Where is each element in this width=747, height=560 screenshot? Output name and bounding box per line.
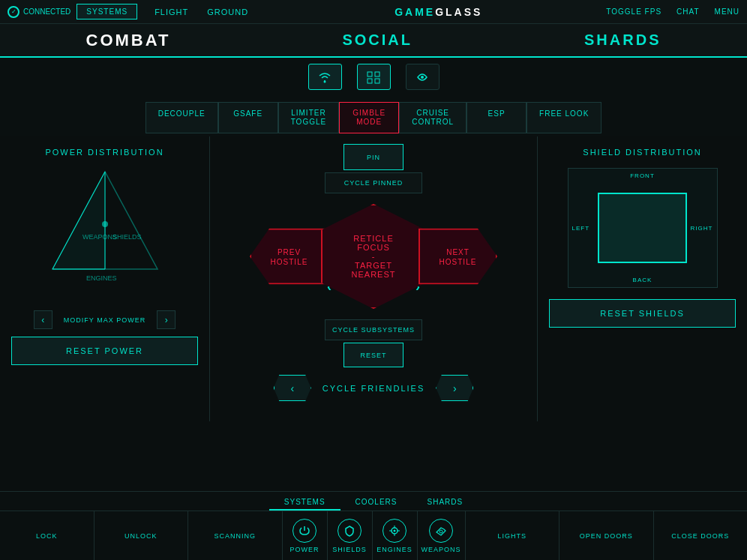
menu-button[interactable]: MENU <box>715 7 740 16</box>
reticle-focus-button[interactable]: RETICLEFOCUS-TARGETNEAREST <box>321 204 426 309</box>
tab-systems[interactable]: SYSTEMS <box>269 495 340 511</box>
bottom-tabs: SYSTEMS COOLERS SHARDS <box>0 492 747 511</box>
top-bar-left: CONNECTED SYSTEMS FLIGHT GROUND <box>8 4 271 19</box>
nav-ground[interactable]: GROUND <box>200 6 256 18</box>
grid-icon-btn[interactable] <box>357 64 391 90</box>
shields-action-button[interactable]: SHIELDS <box>328 511 373 560</box>
power-decrease-button[interactable]: ‹ <box>34 310 52 329</box>
app-title: GAMEGLASS <box>394 6 482 18</box>
nav-flight[interactable]: FLIGHT <box>147 6 196 18</box>
svg-rect-4 <box>375 79 380 83</box>
modify-power-label: MODIFY MAX POWER <box>64 316 146 324</box>
connected-icon <box>8 6 20 18</box>
open-doors-button[interactable]: OPEN DOORS <box>560 511 654 560</box>
left-panel: POWER DISTRIBUTION WEAPONS SHIELDS ENGIN… <box>0 136 210 421</box>
svg-marker-7 <box>52 172 105 269</box>
bottom-actions: LOCK UNLOCK SCANNING POWER SHIELDS <box>0 511 747 560</box>
pin-button[interactable]: PIN <box>344 144 404 170</box>
toggle-decouple[interactable]: DECOUPLE <box>146 102 218 133</box>
nav-social[interactable]: SOCIAL <box>342 31 412 49</box>
close-doors-label: CLOSE DOORS <box>671 532 729 540</box>
toggle-limiter[interactable]: LIMITERTOGGLE <box>278 102 340 133</box>
lock-button[interactable]: LOCK <box>0 511 94 560</box>
center-panel: PIN CYCLE PINNED PREVHOSTILE ‹ › ‹ › RET… <box>210 136 537 421</box>
cycle-subsystems-button[interactable]: CYCLE SUBSYSTEMS <box>325 319 422 340</box>
shield-left-label: LEFT <box>572 225 590 232</box>
cycle-friendlies-row: ‹ CYCLE FRIENDLIES › <box>218 375 530 401</box>
shield-back-label: BACK <box>633 277 652 283</box>
scanning-label: SCANNING <box>214 532 256 540</box>
systems-tab[interactable]: SYSTEMS <box>76 4 137 19</box>
weapons-icon <box>429 519 453 543</box>
svg-text:SHIELDS: SHIELDS <box>112 233 142 241</box>
target-icon-btn[interactable] <box>406 64 440 90</box>
lights-label: LIGHTS <box>498 532 527 540</box>
connected-indicator: CONNECTED <box>8 6 70 18</box>
top-bar: CONNECTED SYSTEMS FLIGHT GROUND GAMEGLAS… <box>0 0 747 24</box>
shield-right-label: RIGHT <box>691 225 713 232</box>
right-panel: SHIELD DISTRIBUTION FRONT BACK LEFT RIGH… <box>537 136 747 421</box>
reticle-focus-label: RETICLEFOCUS-TARGETNEAREST <box>352 234 396 279</box>
scanning-button[interactable]: SCANNING <box>188 511 283 560</box>
shield-distribution-title: SHIELD DISTRIBUTION <box>549 148 736 157</box>
toggle-fps-button[interactable]: TOGGLE FPS <box>606 7 662 16</box>
lights-button[interactable]: LIGHTS <box>466 511 560 560</box>
power-action-label: POWER <box>290 546 319 553</box>
shield-front-label: FRONT <box>630 172 655 179</box>
center-hex[interactable]: RETICLEFOCUS-TARGETNEAREST <box>321 204 426 309</box>
power-icon <box>292 519 316 543</box>
svg-rect-3 <box>368 79 372 83</box>
cycle-friendlies-next-button[interactable]: › <box>436 375 473 401</box>
nav-sub: FLIGHT GROUND <box>147 6 256 18</box>
close-doors-button[interactable]: CLOSE DOORS <box>654 511 747 560</box>
reset-power-button[interactable]: RESET POWER <box>11 337 198 365</box>
svg-rect-1 <box>368 72 372 76</box>
svg-point-16 <box>440 530 442 533</box>
power-increase-button[interactable]: › <box>157 310 176 329</box>
open-doors-label: OPEN DOORS <box>580 532 633 540</box>
weapons-action-button[interactable]: WEAPONS <box>418 511 466 560</box>
tab-coolers[interactable]: COOLERS <box>340 495 412 511</box>
shield-grid-inner <box>598 193 687 264</box>
nav-shards[interactable]: SHARDS <box>584 31 661 49</box>
engines-action-button[interactable]: ENGINES <box>373 511 418 560</box>
shields-action-label: SHIELDS <box>332 546 367 553</box>
toggle-gimble[interactable]: GIMBLEMODE <box>339 102 399 133</box>
nav-bar: COMBAT SOCIAL SHARDS <box>0 24 747 58</box>
power-distribution-title: POWER DISTRIBUTION <box>11 148 198 157</box>
toggle-row: DECOUPLE GSAFE LIMITERTOGGLE GIMBLEMODE … <box>0 96 747 136</box>
shields-icon <box>338 519 362 543</box>
cycle-friendlies-prev-button[interactable]: ‹ <box>274 375 311 401</box>
toggle-gsafe[interactable]: GSAFE <box>218 102 278 133</box>
toggle-freelook[interactable]: FREE LOOK <box>526 102 602 133</box>
unlock-label: UNLOCK <box>124 532 158 540</box>
toggle-cruise[interactable]: CRUISECONTROL <box>399 102 466 133</box>
nav-combat[interactable]: COMBAT <box>86 31 171 50</box>
svg-rect-2 <box>375 72 380 76</box>
power-action-button[interactable]: POWER <box>283 511 328 560</box>
cycle-pinned-button[interactable]: CYCLE PINNED <box>325 172 422 193</box>
combat-reset-button[interactable]: RESET <box>344 343 404 367</box>
cycle-friendlies-label: CYCLE FRIENDLIES <box>322 384 425 393</box>
top-bar-right: TOGGLE FPS CHAT MENU <box>606 7 740 16</box>
svg-point-15 <box>394 529 396 532</box>
connected-label: CONNECTED <box>23 7 70 16</box>
engines-icon <box>382 519 406 543</box>
chat-button[interactable]: CHAT <box>676 7 699 16</box>
svg-point-0 <box>324 80 326 82</box>
prev-hostile-button[interactable]: PREVHOSTILE <box>250 229 328 285</box>
power-triangle: WEAPONS SHIELDS ENGINES <box>38 164 172 299</box>
modify-power-row: ‹ MODIFY MAX POWER › <box>11 310 198 329</box>
wifi-icon-btn[interactable] <box>308 64 342 90</box>
svg-text:ENGINES: ENGINES <box>86 274 117 282</box>
next-hostile-button[interactable]: NEXTHOSTILE <box>418 229 497 285</box>
reset-shields-button[interactable]: RESET SHIELDS <box>549 299 736 328</box>
main-content: POWER DISTRIBUTION WEAPONS SHIELDS ENGIN… <box>0 136 747 421</box>
shield-grid[interactable]: FRONT BACK LEFT RIGHT <box>568 168 718 288</box>
nav-main: COMBAT SOCIAL SHARDS <box>15 31 732 50</box>
unlock-button[interactable]: UNLOCK <box>94 511 189 560</box>
tab-shards[interactable]: SHARDS <box>412 495 478 511</box>
svg-point-5 <box>421 76 424 79</box>
toggle-esp[interactable]: ESP <box>466 102 526 133</box>
engines-action-label: ENGINES <box>376 546 412 553</box>
